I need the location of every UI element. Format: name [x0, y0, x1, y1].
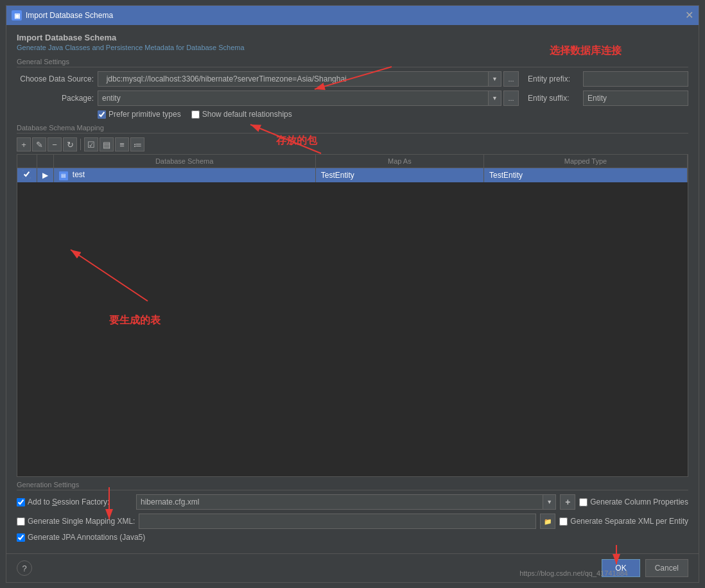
check-all-btn[interactable]: ☑ [84, 137, 98, 151]
title-bar: ▣ Import Database Schema ✕ [6, 6, 699, 25]
schema-table: Database Schema Map As Mapped Type ▶ [17, 155, 688, 182]
schema-toolbar: + ✎ − ↻ ☑ ▤ ≡ ≔ [17, 137, 688, 151]
package-browse-btn[interactable]: ... [503, 91, 519, 106]
toolbar-separator-1 [80, 139, 81, 150]
add-session-factory-checkbox[interactable] [17, 498, 25, 506]
gen-separate-xml-checkbox[interactable] [559, 517, 568, 526]
generation-settings-section: Generation Settings Add to Session Facto… [17, 477, 688, 546]
general-settings-label: General Settings [17, 58, 688, 67]
package-combo: ▼ ... [98, 91, 519, 106]
help-button[interactable]: ? [17, 560, 32, 576]
dialog-header-title: Import Database Schema [17, 33, 688, 42]
cancel-button[interactable]: Cancel [645, 559, 688, 577]
list-btn[interactable]: ≡ [115, 137, 129, 151]
schema-table-container: Database Schema Map As Mapped Type ▶ [17, 154, 688, 477]
add-session-factory-label-text: Add to Session Factory: [28, 497, 109, 506]
add-session-factory-checkbox-item[interactable]: Add to Session Factory: [17, 497, 132, 506]
edit-schema-btn[interactable]: ✎ [32, 137, 46, 151]
package-input[interactable] [98, 91, 489, 106]
row-schema-name: test [73, 170, 85, 179]
session-factory-add-btn[interactable]: + [560, 494, 575, 510]
row-map-as-cell: TestEntity [315, 168, 483, 183]
gen-column-props-checkbox[interactable] [579, 498, 588, 506]
prefer-primitive-label[interactable]: Prefer primitive types [109, 110, 181, 119]
gen-jpa-label[interactable]: Generate JPA Annotations (Java5) [28, 533, 145, 542]
gen-jpa-checkbox[interactable] [17, 533, 25, 542]
row-expand-cell[interactable]: ▶ [37, 168, 53, 183]
add-schema-btn[interactable]: + [17, 137, 31, 151]
remove-schema-btn[interactable]: − [48, 137, 62, 151]
gen-single-mapping-right: 📁 Generate Separate XML per Entity [139, 514, 688, 529]
col-expand [37, 155, 53, 168]
col-mapped-type: Mapped Type [483, 155, 687, 168]
entity-prefix-label: Entity prefix: [528, 74, 579, 83]
row-checkbox-cell[interactable] [17, 168, 37, 183]
dialog-content: Import Database Schema Generate Java Cla… [6, 25, 699, 553]
close-button[interactable]: ✕ [685, 10, 693, 21]
table-schema-icon: ▤ [59, 171, 68, 180]
data-source-input[interactable] [98, 71, 489, 87]
add-session-factory-row: Add to Session Factory: ▼ + Generate Col… [17, 494, 688, 510]
session-factory-dropdown-btn[interactable]: ▼ [543, 494, 556, 510]
gen-single-mapping-checkbox-item[interactable]: Generate Single Mapping XML: [17, 517, 135, 526]
gen-single-mapping-browse-btn[interactable]: 📁 [540, 514, 555, 529]
package-label: Package: [17, 94, 94, 103]
col-database-schema: Database Schema [53, 155, 315, 168]
gen-separate-xml-checkbox-item[interactable]: Generate Separate XML per Entity [559, 517, 688, 526]
gen-column-props-checkbox-item[interactable]: Generate Column Properties [579, 497, 688, 506]
entity-suffix-label: Entity suffix: [528, 94, 579, 103]
view-btn[interactable]: ▤ [100, 137, 114, 151]
db-schema-section: Database Schema Mapping + ✎ − ↻ ☑ ▤ ≡ ≔ [17, 124, 688, 477]
entity-prefix-input[interactable] [583, 71, 688, 87]
gen-jpa-checkbox-item[interactable]: Generate JPA Annotations (Java5) [17, 533, 145, 542]
prefer-primitive-checkbox[interactable] [98, 110, 106, 119]
package-row: Package: ▼ ... Entity suffix: [17, 91, 688, 106]
table-row[interactable]: ▶ ▤ test TestEntity TestEntity [17, 168, 688, 183]
col-map-as: Map As [315, 155, 483, 168]
dialog-icon: ▣ [12, 10, 22, 21]
data-source-row: Choose Data Source: ▼ ... Entity prefix: [17, 71, 688, 87]
show-default-rel-checkbox[interactable] [191, 110, 200, 119]
gen-settings-label: Generation Settings [17, 481, 688, 490]
detail-btn[interactable]: ≔ [130, 137, 144, 151]
data-source-combo: ▼ ... [98, 71, 519, 87]
data-source-browse-btn[interactable]: ... [503, 71, 519, 87]
package-dropdown-btn[interactable]: ▼ [489, 91, 501, 106]
row-checkbox[interactable] [22, 170, 31, 178]
entity-suffix-input[interactable] [583, 91, 688, 106]
data-source-dropdown-btn[interactable]: ▼ [489, 71, 501, 87]
session-factory-input[interactable] [136, 494, 543, 510]
col-check [17, 155, 37, 168]
gen-single-mapping-label[interactable]: Generate Single Mapping XML: [28, 517, 135, 526]
gen-column-props-label[interactable]: Generate Column Properties [590, 497, 688, 506]
watermark-url: https://blog.csdn.net/qq_41741884 [519, 569, 628, 577]
import-database-schema-dialog: ▣ Import Database Schema ✕ Import Databa… [6, 5, 699, 583]
session-factory-right: ▼ + Generate Column Properties [136, 494, 688, 510]
prefer-primitive-checkbox-item[interactable]: Prefer primitive types [98, 110, 181, 119]
title-bar-left: ▣ Import Database Schema [12, 10, 113, 21]
session-factory-combo: ▼ [136, 494, 556, 510]
show-default-rel-checkbox-item[interactable]: Show default relationships [191, 110, 292, 119]
dialog-footer: ? OK Cancel [6, 553, 699, 582]
title-bar-text: Import Database Schema [26, 11, 113, 20]
gen-single-mapping-checkbox[interactable] [17, 517, 25, 526]
db-schema-label: Database Schema Mapping [17, 124, 688, 134]
checkboxes-row: Prefer primitive types Show default rela… [98, 110, 688, 119]
row-mapped-type-cell: TestEntity [483, 168, 687, 183]
gen-single-mapping-row: Generate Single Mapping XML: 📁 Generate … [17, 514, 688, 529]
refresh-schema-btn[interactable]: ↻ [63, 137, 77, 151]
add-session-factory-label[interactable]: Add to Session Factory: [28, 497, 109, 506]
gen-single-mapping-input[interactable] [139, 514, 536, 529]
dialog-header-subtitle: Generate Java Classes and Persistence Me… [17, 44, 688, 51]
show-default-rel-label[interactable]: Show default relationships [202, 110, 292, 119]
gen-jpa-row: Generate JPA Annotations (Java5) [17, 533, 688, 542]
data-source-label: Choose Data Source: [17, 74, 94, 83]
gen-separate-xml-label[interactable]: Generate Separate XML per Entity [570, 517, 688, 526]
row-schema-name-cell: ▤ test [53, 168, 315, 183]
